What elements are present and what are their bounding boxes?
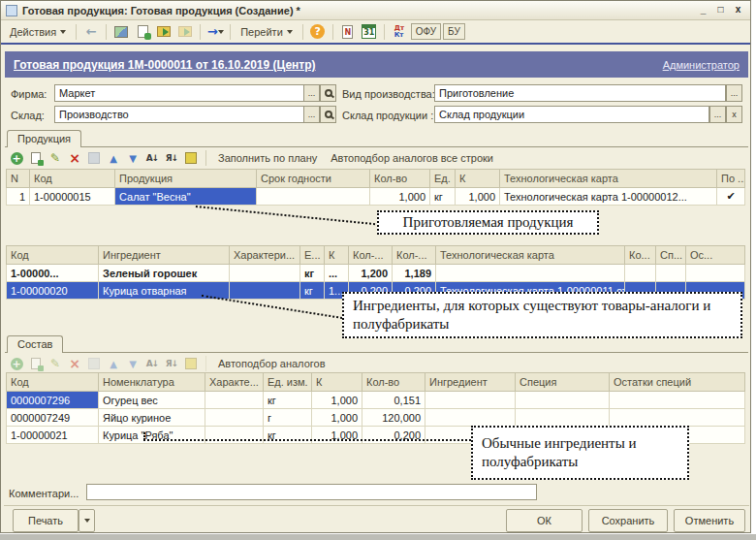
help-icon[interactable]: ? [308,23,328,41]
ofu-toggle-button[interactable]: ОФУ [411,23,441,40]
table-cell[interactable]: 120,000 [362,409,425,427]
move-up-icon[interactable]: ▲ [106,150,121,166]
column-header[interactable]: Продукция [115,170,257,188]
table-cell[interactable]: кг [430,188,456,206]
table-cell[interactable]: кг [264,392,312,409]
goto-menu-button[interactable]: Перейти [236,24,298,40]
column-header[interactable]: Кол-... [393,246,436,265]
calendar-icon[interactable]: 31 [360,23,379,41]
table-cell[interactable]: 1-00000020 [7,282,99,300]
table-cell[interactable]: 1,000 [370,188,430,206]
table-cell[interactable] [230,265,300,282]
move-up-icon[interactable]: ▲ [106,356,121,371]
save-button[interactable]: Сохранить [588,509,668,532]
table-cell[interactable]: ✔ [717,188,745,206]
sort-asc-icon[interactable]: А↓ [144,356,160,371]
warehouse-field[interactable]: Производство [54,106,304,123]
table-cell[interactable]: 0000007296 [7,392,99,409]
column-header[interactable]: Технологическая карта [500,170,717,188]
tab-composition[interactable]: Состав [7,335,63,353]
comment-field[interactable] [86,484,537,500]
back-icon[interactable]: ← [81,23,101,41]
column-header[interactable]: Технологическая карта [436,246,625,265]
column-header[interactable]: Ко... [625,246,656,265]
copy-row-icon[interactable] [28,356,44,371]
delete-row-icon[interactable]: × [67,356,82,371]
column-header[interactable]: По ... [717,170,745,188]
column-header[interactable]: К [456,170,500,188]
table-cell[interactable] [610,392,745,409]
table-cell[interactable]: 1,189 [393,265,436,282]
table-cell[interactable]: Огурец вес [99,392,205,409]
copy-row-icon[interactable] [28,150,44,166]
table-cell[interactable]: Технологическая карта 1-00000012... [500,188,717,206]
table-cell[interactable] [656,265,686,282]
warehouse-select-button[interactable]: ... [303,106,320,123]
move-down-icon[interactable]: ▼ [125,356,141,371]
table-cell[interactable] [625,265,656,282]
table-cell[interactable] [205,392,264,409]
document-structure-icon[interactable]: N [338,23,358,41]
column-header[interactable]: Код [7,373,99,392]
print-dropdown-button[interactable] [79,509,95,532]
column-header[interactable]: К [312,373,362,392]
firm-field[interactable]: Маркет [54,84,304,102]
table-cell[interactable]: 1-00000021 [7,427,99,444]
table-row[interactable]: 0000007249Яйцо куриноег1,000120,000 [7,409,745,427]
column-header[interactable]: Кол-... [349,246,393,265]
table-cell[interactable] [686,265,745,282]
bu-toggle-button[interactable]: БУ [443,23,465,40]
table-cell[interactable]: Яйцо куриное [99,409,205,427]
column-header[interactable]: Код [30,170,115,188]
column-header[interactable]: Специя [516,373,610,392]
table-cell[interactable]: 1 [7,188,30,206]
table-cell[interactable]: кг [300,265,325,282]
firm-select-button[interactable]: ... [303,84,320,102]
table-cell[interactable] [425,409,516,427]
save-grid-icon[interactable] [86,150,102,166]
table-row[interactable]: 11-00000015Салат "Весна"1,000кг1,000Техн… [7,188,745,206]
column-header[interactable]: К [325,246,349,265]
add-row-icon[interactable]: + [9,356,24,371]
table-cell[interactable] [516,392,610,409]
table-cell[interactable]: Зеленый горошек [99,265,230,282]
actions-menu-button[interactable]: Действия [5,24,71,40]
column-header[interactable]: Срок годности [257,170,370,188]
table-cell[interactable]: 1-00000... [7,265,99,282]
picture-icon[interactable] [111,23,131,41]
author-link[interactable]: Администратор [663,59,740,71]
column-header[interactable]: Код [7,246,99,265]
tab-products[interactable]: Продукция [7,130,81,147]
production-type-field[interactable]: Приготовление [434,84,726,102]
table-cell[interactable] [610,409,745,427]
autoselect-analogs-button[interactable]: Автоподбор аналогов [213,358,331,369]
column-header[interactable]: Ос... [686,246,745,265]
column-header[interactable]: Ед. изм. [264,373,312,392]
table-cell[interactable]: 0000007249 [7,409,99,427]
column-header[interactable]: Е... [300,246,325,265]
column-header[interactable]: Характе... [205,373,264,392]
table-cell[interactable]: ... [325,265,349,282]
table-cell[interactable] [257,188,370,206]
column-header[interactable]: Кол-во [362,373,425,392]
edit-row-icon[interactable]: ✎ [47,356,63,371]
table-cell[interactable] [230,282,300,300]
column-header[interactable]: Характери... [230,246,300,265]
table-cell[interactable]: г [264,409,312,427]
close-button[interactable]: x [731,4,745,16]
restore-values-icon[interactable] [175,23,195,41]
table-cell[interactable]: 1,000 [312,409,362,427]
fill-icon[interactable] [183,150,199,166]
table-cell[interactable]: 1,000 [456,188,500,206]
warehouse-open-button[interactable] [320,106,336,123]
minimize-button[interactable]: _ [696,4,710,16]
autoselect-analogs-all-button[interactable]: Автоподбор аналогов все строки [326,152,498,164]
ok-button[interactable]: ОК [506,509,583,532]
output-icon[interactable]: → [205,23,225,41]
fill-icon[interactable] [183,356,199,371]
fill-by-plan-button[interactable]: Заполнить по плану [213,152,322,164]
cancel-button[interactable]: Отменить [674,509,745,532]
copy-document-icon[interactable] [133,23,152,41]
sort-desc-icon[interactable]: Я↓ [164,356,179,371]
column-header[interactable]: Номенклатура [99,373,205,392]
